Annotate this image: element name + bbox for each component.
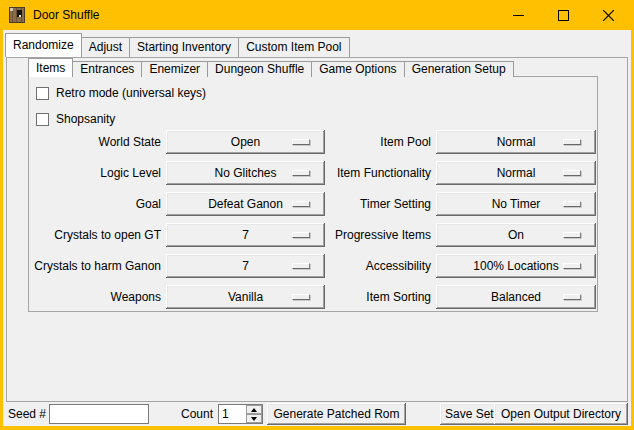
seed-input[interactable] — [49, 404, 149, 424]
item-pool-value: Normal — [497, 135, 536, 149]
item-pool-row: Item Pool Normal — [29, 130, 599, 154]
app-window: Door Shuffle Randomize Adjust Starting I… — [0, 0, 634, 430]
randomize-sub-tabs: Items Entrances Enemizer Dungeon Shuffle… — [28, 58, 513, 77]
item-sorting-value: Balanced — [491, 290, 541, 304]
close-button[interactable] — [586, 0, 631, 30]
tab-custom-item-pool[interactable]: Custom Item Pool — [238, 37, 349, 57]
retro-mode-label: Retro mode (universal keys) — [56, 86, 206, 100]
open-output-directory-button[interactable]: Open Output Directory — [494, 403, 628, 425]
timer-setting-row: Timer Setting No Timer — [29, 192, 599, 216]
spin-up-icon — [251, 408, 257, 412]
progressive-items-row: Progressive Items On — [29, 223, 599, 247]
item-functionality-row: Item Functionality Normal — [29, 161, 599, 185]
item-sorting-label: Item Sorting — [324, 285, 431, 309]
open-output-directory-label: Open Output Directory — [501, 407, 621, 421]
minimize-icon — [513, 10, 524, 21]
tab-game-options[interactable]: Game Options — [311, 61, 404, 77]
count-spin-up-button[interactable] — [246, 405, 262, 414]
item-pool-dropdown[interactable]: Normal — [436, 130, 596, 154]
seed-label: Seed # — [8, 403, 46, 425]
tab-adjust[interactable]: Adjust — [81, 37, 130, 57]
generate-patched-rom-label: Generate Patched Rom — [273, 407, 399, 421]
titlebar: Door Shuffle — [0, 0, 634, 30]
retro-mode-option: Retro mode (universal keys) — [36, 86, 206, 100]
maximize-button[interactable] — [541, 0, 586, 30]
timer-setting-label: Timer Setting — [324, 192, 431, 216]
window-title: Door Shuffle — [33, 8, 100, 22]
shopsanity-option: Shopsanity — [36, 112, 115, 126]
tab-entrances[interactable]: Entrances — [72, 61, 142, 77]
accessibility-dropdown[interactable]: 100% Locations — [436, 254, 596, 278]
dropdown-indicator-icon — [563, 201, 581, 207]
tab-generation-setup[interactable]: Generation Setup — [404, 61, 514, 77]
maximize-icon — [558, 10, 569, 21]
shopsanity-label: Shopsanity — [56, 112, 115, 126]
count-label: Count — [181, 403, 213, 425]
tab-dungeon-shuffle[interactable]: Dungeon Shuffle — [207, 61, 312, 77]
item-sorting-row: Item Sorting Balanced — [29, 285, 599, 309]
timer-setting-value: No Timer — [492, 197, 541, 211]
generate-patched-rom-button[interactable]: Generate Patched Rom — [267, 403, 406, 425]
accessibility-label: Accessibility — [324, 254, 431, 278]
item-pool-label: Item Pool — [324, 130, 431, 154]
item-functionality-value: Normal — [497, 166, 536, 180]
tab-enemizer[interactable]: Enemizer — [141, 61, 208, 77]
tab-items[interactable]: Items — [28, 58, 73, 77]
progressive-items-dropdown[interactable]: On — [436, 223, 596, 247]
dropdown-indicator-icon — [563, 294, 581, 300]
count-spinner[interactable]: 1 — [218, 404, 263, 424]
door-app-icon — [9, 7, 25, 23]
dropdown-indicator-icon — [563, 232, 581, 238]
minimize-button[interactable] — [496, 0, 541, 30]
shopsanity-checkbox[interactable] — [36, 113, 49, 126]
dropdown-indicator-icon — [563, 170, 581, 176]
close-icon — [603, 10, 614, 21]
items-tab-panel: Retro mode (universal keys) Shopsanity W… — [28, 76, 598, 312]
count-spin-down-button[interactable] — [246, 414, 262, 423]
retro-mode-checkbox[interactable] — [36, 87, 49, 100]
dropdown-indicator-icon — [563, 263, 581, 269]
item-functionality-dropdown[interactable]: Normal — [436, 161, 596, 185]
progressive-items-value: On — [508, 228, 524, 242]
spin-down-icon — [251, 417, 257, 421]
dropdown-indicator-icon — [563, 139, 581, 145]
item-functionality-label: Item Functionality — [324, 161, 431, 185]
timer-setting-dropdown[interactable]: No Timer — [436, 192, 596, 216]
accessibility-row: Accessibility 100% Locations — [29, 254, 599, 278]
window-content: Randomize Adjust Starting Inventory Cust… — [3, 30, 631, 426]
window-controls — [496, 0, 631, 30]
tab-starting-inventory[interactable]: Starting Inventory — [129, 37, 239, 57]
main-tabs: Randomize Adjust Starting Inventory Cust… — [5, 33, 349, 57]
progressive-items-label: Progressive Items — [324, 223, 431, 247]
tab-randomize[interactable]: Randomize — [5, 33, 82, 57]
count-spin-buttons — [246, 405, 262, 423]
accessibility-value: 100% Locations — [473, 259, 558, 273]
count-value: 1 — [219, 405, 246, 423]
item-sorting-dropdown[interactable]: Balanced — [436, 285, 596, 309]
